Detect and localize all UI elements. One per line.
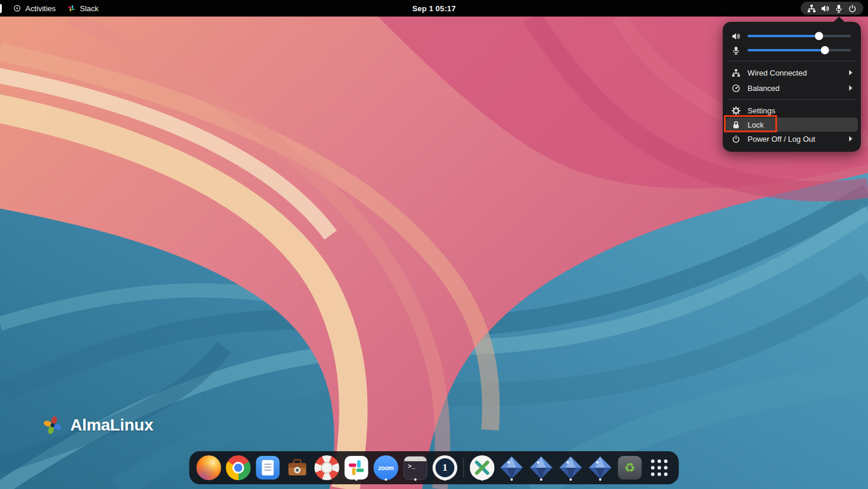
system-menu: Wired Connected Balanced — [723, 22, 861, 152]
system-tray[interactable] — [801, 2, 863, 15]
almalinux-logo-icon — [41, 414, 64, 436]
dock-item-password-manager[interactable]: 1 — [430, 454, 460, 481]
dock-item-zoom[interactable]: zoom — [371, 454, 401, 481]
microphone-icon — [731, 46, 740, 55]
slack-icon — [345, 456, 368, 480]
dock-item-x-app[interactable] — [468, 454, 497, 481]
trash-icon: ♻ — [618, 456, 642, 480]
running-indicator — [355, 478, 358, 481]
dock-item-gem-2[interactable] — [527, 454, 556, 481]
submenu-chevron-icon — [849, 85, 853, 91]
app-grid-icon — [651, 459, 668, 476]
dock-separator — [464, 458, 464, 478]
annotation-box — [724, 115, 777, 132]
menu-separator — [729, 61, 855, 61]
volume-icon — [731, 32, 740, 41]
dock-item-trash[interactable]: ♻ — [615, 454, 645, 481]
recycle-glyph: ♻ — [624, 462, 635, 474]
terminal-icon — [404, 456, 428, 480]
microphone-row — [723, 43, 861, 57]
gear-icon — [731, 106, 740, 115]
menu-item-label: Wired Connected — [748, 69, 807, 77]
power-profile-icon — [731, 84, 740, 93]
activities-button[interactable]: Activities — [7, 0, 61, 17]
volume-slider-knob[interactable] — [815, 32, 823, 40]
network-wired-icon — [807, 4, 816, 13]
slack-icon — [67, 4, 76, 12]
dock-item-gem-4[interactable] — [586, 454, 615, 481]
briefcase-camera-icon — [286, 456, 309, 480]
power-icon — [848, 4, 857, 13]
dock-item-gem-3[interactable] — [556, 454, 586, 481]
volume-row — [723, 29, 861, 43]
zoom-icon: zoom — [374, 455, 399, 480]
chrome-icon — [226, 455, 251, 480]
focused-app-label: Slack — [80, 4, 99, 13]
submenu-chevron-icon — [849, 70, 853, 76]
dock-item-firefox[interactable] — [194, 454, 224, 481]
menu-item-label: Power Off / Log Out — [748, 135, 815, 144]
dock-item-chrome[interactable] — [224, 454, 253, 481]
dock-item-briefcase[interactable] — [283, 454, 312, 481]
menu-item-label: Settings — [748, 106, 775, 115]
menu-item-wired-connected[interactable]: Wired Connected — [726, 65, 858, 80]
x-logo-icon — [470, 455, 495, 480]
running-indicator — [570, 478, 572, 481]
dock: zoom 1 — [190, 451, 679, 484]
clock[interactable]: Sep 1 05:17 — [412, 4, 456, 13]
microphone-slider[interactable] — [748, 49, 851, 51]
volume-slider[interactable] — [748, 35, 851, 37]
running-indicator — [444, 478, 446, 481]
dock-item-slack[interactable] — [342, 454, 371, 481]
zoom-icon-text: zoom — [378, 464, 393, 471]
running-indicator — [540, 478, 543, 481]
dock-item-terminal[interactable] — [401, 454, 430, 481]
blue-gem-icon — [588, 455, 613, 480]
microphone-slider-knob[interactable] — [821, 46, 829, 54]
top-bar: Activities Slack Sep 1 05:17 — [0, 0, 868, 17]
running-indicator — [385, 478, 387, 481]
dock-item-documents[interactable] — [253, 454, 283, 481]
menu-pointer-arrow — [834, 17, 844, 22]
activities-label: Activities — [25, 4, 56, 13]
menu-item-power-off-log-out[interactable]: Power Off / Log Out — [726, 132, 858, 146]
blue-gem-icon — [529, 455, 554, 480]
menu-item-balanced[interactable]: Balanced — [726, 80, 858, 96]
almalinux-logo-text: AlmaLinux — [70, 416, 153, 435]
dock-item-gem-1[interactable] — [497, 454, 527, 481]
dock-item-app-grid[interactable] — [645, 454, 674, 481]
password-icon-text: 1 — [442, 462, 448, 474]
menu-separator — [729, 99, 855, 100]
almalinux-logo: AlmaLinux — [41, 414, 153, 436]
volume-icon — [821, 4, 830, 13]
dock-item-help[interactable] — [312, 454, 342, 481]
firefox-icon — [197, 455, 221, 480]
documents-icon — [256, 456, 280, 480]
left-edge-indicator — [0, 4, 2, 13]
running-indicator — [511, 478, 513, 481]
running-indicator — [415, 478, 417, 481]
submenu-chevron-icon — [849, 136, 853, 142]
power-icon — [731, 135, 740, 144]
blue-gem-icon — [500, 455, 524, 480]
microphone-icon — [834, 4, 843, 13]
menu-item-label: Balanced — [748, 84, 779, 93]
running-indicator — [481, 478, 484, 481]
blue-gem-icon — [559, 455, 583, 480]
network-wired-icon — [731, 69, 740, 77]
volume-slider-fill — [748, 35, 819, 37]
desktop-screen: Activities Slack Sep 1 05:17 — [0, 0, 868, 489]
microphone-slider-fill — [748, 49, 825, 51]
password-1-icon: 1 — [433, 455, 458, 480]
running-indicator — [599, 478, 602, 481]
focused-app-menu[interactable]: Slack — [61, 0, 105, 17]
activities-icon — [13, 4, 21, 12]
lifebuoy-help-icon — [315, 455, 340, 480]
